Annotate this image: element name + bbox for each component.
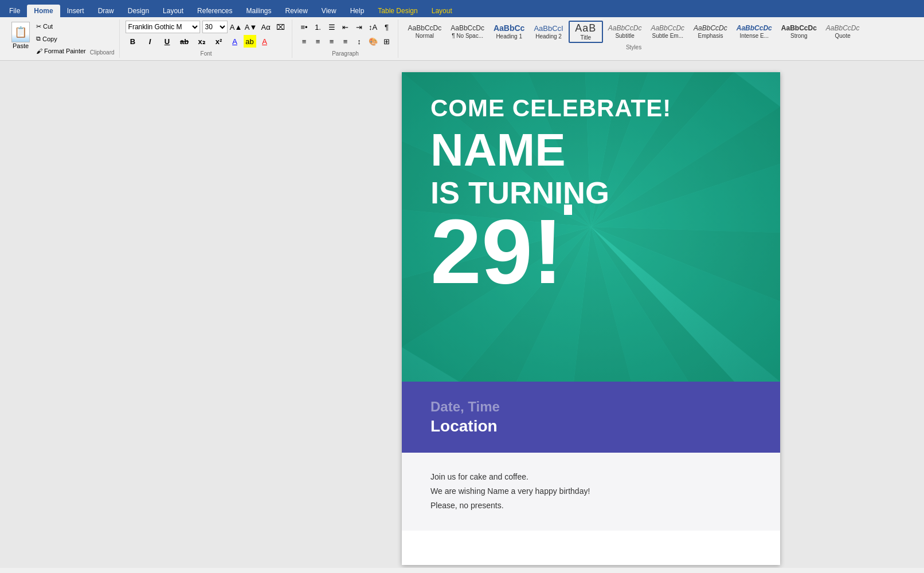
paste-label: Paste xyxy=(13,42,29,49)
multilevel-list-button[interactable]: ☰ xyxy=(326,21,338,33)
invite-top-section: COME CELEBRATE! NAME IS TURNING 29! xyxy=(402,72,780,382)
clipboard-group-label: Clipboard xyxy=(90,49,115,56)
style-heading1-preview: AaBbCc xyxy=(494,24,524,32)
tab-mailings[interactable]: Mailings xyxy=(239,5,278,17)
styles-group: AaBbCcDc Normal AaBbCcDc ¶ No Spac... Aa… xyxy=(400,19,868,58)
style-strong-preview: AaBbCcDc xyxy=(781,25,817,32)
paragraph-group: ≡• 1. ☰ ⇤ ⇥ ↕A ¶ ≡ ≡ ≡ ≡ ↕ 🎨 ⊞ Paragraph xyxy=(293,19,398,58)
decrease-indent-button[interactable]: ⇤ xyxy=(339,21,352,33)
tab-table-design[interactable]: Table Design xyxy=(371,5,424,17)
cut-button[interactable]: ✂ Cut xyxy=(34,22,88,31)
footer-line1: Join us for cake and coffee. xyxy=(430,470,751,484)
location-text: Location xyxy=(430,417,751,435)
clear-format-btn[interactable]: ⌧ xyxy=(275,21,287,33)
copy-icon: ⧉ xyxy=(36,35,41,42)
come-celebrate-text: COME CELEBRATE! xyxy=(430,95,751,121)
shading-button[interactable]: 🎨 xyxy=(367,35,379,48)
format-painter-label: Format Painter xyxy=(44,48,86,54)
numbering-button[interactable]: 1. xyxy=(312,21,324,33)
style-heading2-label: Heading 2 xyxy=(535,33,562,40)
underline-button[interactable]: U xyxy=(160,35,175,48)
document-area[interactable]: COME CELEBRATE! NAME IS TURNING 29! Date… xyxy=(258,61,924,568)
increase-indent-button[interactable]: ⇥ xyxy=(353,21,366,33)
style-no-spacing-label: ¶ No Spac... xyxy=(452,33,483,39)
decrease-font-btn[interactable]: A▼ xyxy=(245,21,257,33)
name-text: NAME xyxy=(430,127,751,173)
superscript-button[interactable]: x² xyxy=(212,35,226,48)
highlight-color-btn[interactable]: ab xyxy=(244,35,256,48)
style-subtle-em-preview: AaBbCcDc xyxy=(651,25,684,32)
tab-design[interactable]: Design xyxy=(121,5,156,17)
format-painter-button[interactable]: 🖌 Format Painter xyxy=(34,47,88,55)
font-size-selector[interactable]: 30 xyxy=(202,21,228,33)
style-title[interactable]: AaB Title xyxy=(569,21,603,43)
copy-button[interactable]: ⧉ Copy xyxy=(34,34,88,43)
tab-home[interactable]: Home xyxy=(27,5,60,17)
tab-review[interactable]: Review xyxy=(279,5,315,17)
style-title-label: Title xyxy=(580,34,591,41)
paste-button[interactable]: 📋 Paste xyxy=(9,21,32,57)
style-normal[interactable]: AaBbCcDc Normal xyxy=(404,23,446,41)
paste-icon: 📋 xyxy=(11,22,30,42)
age-text: 29! xyxy=(430,210,751,293)
align-center-button[interactable]: ≡ xyxy=(312,35,324,48)
style-subtle-em-label: Subtle Em... xyxy=(652,33,683,39)
tab-layout[interactable]: Layout xyxy=(156,5,190,17)
change-case-btn[interactable]: Aα xyxy=(260,21,272,33)
strikethrough-button[interactable]: ab xyxy=(177,35,192,48)
style-no-spacing-preview: AaBbCcDc xyxy=(451,25,484,32)
style-heading1[interactable]: AaBbCc Heading 1 xyxy=(490,22,528,41)
invite-bottom-section: Date, Time Location xyxy=(402,382,780,453)
tab-insert[interactable]: Insert xyxy=(60,5,91,17)
style-quote[interactable]: AaBbCcDc Quote xyxy=(822,23,864,41)
align-right-button[interactable]: ≡ xyxy=(326,35,338,48)
style-heading2-preview: AaBbCcI xyxy=(534,25,563,32)
tab-references[interactable]: References xyxy=(190,5,239,17)
style-emphasis-preview: AaBbCcDc xyxy=(694,25,727,32)
tab-view[interactable]: View xyxy=(315,5,343,17)
style-subtitle-preview: AaBbCcDc xyxy=(608,25,642,32)
font-text-color-btn[interactable]: A xyxy=(259,35,271,48)
style-intense-em[interactable]: AaBbCcDc Intense E... xyxy=(733,23,776,41)
style-title-preview: AaB xyxy=(575,23,596,33)
font-family-selector[interactable]: Franklin Gothic M xyxy=(126,21,200,33)
clipboard-actions: ✂ Cut ⧉ Copy 🖌 Format Painter xyxy=(34,21,88,57)
tab-file[interactable]: File xyxy=(2,5,27,17)
document-page: COME CELEBRATE! NAME IS TURNING 29! Date… xyxy=(402,72,780,565)
bold-button[interactable]: B xyxy=(126,35,140,48)
justify-button[interactable]: ≡ xyxy=(339,35,352,48)
style-heading2[interactable]: AaBbCcI Heading 2 xyxy=(530,23,567,41)
style-strong[interactable]: AaBbCcDc Strong xyxy=(777,23,821,41)
style-subtitle[interactable]: AaBbCcDc Subtitle xyxy=(604,23,646,41)
sort-button[interactable]: ↕A xyxy=(367,21,379,33)
style-emphasis-label: Emphasis xyxy=(698,33,723,39)
tab-draw[interactable]: Draw xyxy=(91,5,121,17)
line-spacing-button[interactable]: ↕ xyxy=(353,35,366,48)
borders-button[interactable]: ⊞ xyxy=(381,35,393,48)
align-left-button[interactable]: ≡ xyxy=(298,35,311,48)
style-intense-em-preview: AaBbCcDc xyxy=(737,25,772,32)
font-group-label: Font xyxy=(126,50,287,57)
style-no-spacing[interactable]: AaBbCcDc ¶ No Spac... xyxy=(447,23,488,41)
format-painter-icon: 🖌 xyxy=(36,48,42,54)
font-group: Franklin Gothic M 30 A▲ A▼ Aα ⌧ B I U ab… xyxy=(121,19,292,58)
tab-layout-right[interactable]: Layout xyxy=(425,5,459,17)
style-strong-label: Strong xyxy=(790,33,807,39)
increase-font-btn[interactable]: A▲ xyxy=(230,21,242,33)
invite-footer-section: Join us for cake and coffee. We are wish… xyxy=(402,453,780,531)
italic-button[interactable]: I xyxy=(143,35,158,48)
font-color-btn[interactable]: A xyxy=(229,35,241,48)
style-heading1-label: Heading 1 xyxy=(496,33,522,40)
ribbon-tabs: File Home Insert Draw Design Layout Refe… xyxy=(0,0,924,17)
date-time-text: Date, Time xyxy=(430,399,751,415)
tab-help[interactable]: Help xyxy=(343,5,371,17)
copy-label: Copy xyxy=(42,36,57,42)
show-formatting-button[interactable]: ¶ xyxy=(381,21,393,33)
invite-text-layer: COME CELEBRATE! NAME IS TURNING 29! xyxy=(430,95,751,293)
style-emphasis[interactable]: AaBbCcDc Emphasis xyxy=(690,23,731,41)
subscript-button[interactable]: x₂ xyxy=(194,35,209,48)
footer-line3: Please, no presents. xyxy=(430,499,751,513)
style-subtle-em[interactable]: AaBbCcDc Subtle Em... xyxy=(647,23,688,41)
bullets-button[interactable]: ≡• xyxy=(298,21,311,33)
main-area: COME CELEBRATE! NAME IS TURNING 29! Date… xyxy=(0,61,924,568)
